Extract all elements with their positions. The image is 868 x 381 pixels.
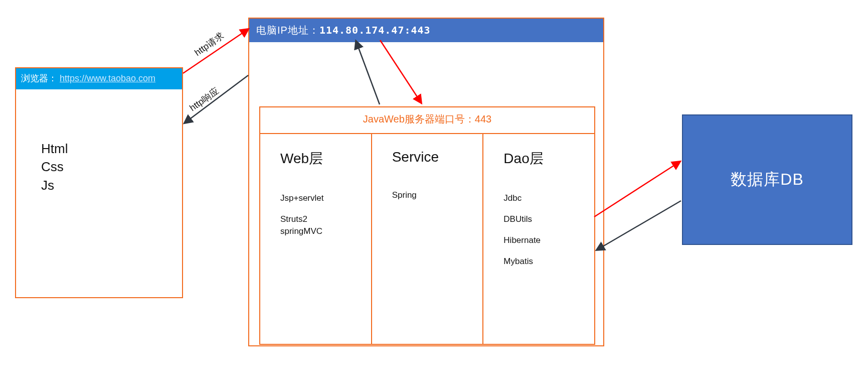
browser-url-link[interactable]: https://www.taobao.com [60, 73, 155, 83]
javaweb-columns: Web层 Jsp+servlet Struts2 springMVC Servi… [260, 134, 594, 344]
database-box: 数据库DB [682, 114, 852, 245]
browser-tech-html: Html [41, 140, 182, 158]
jw-dao-item: Mybatis [503, 257, 594, 267]
jw-col-dao-heading: Dao层 [503, 149, 594, 168]
arrow-dao-to-db [594, 162, 680, 217]
jw-col-service: Service Spring [372, 134, 484, 344]
javaweb-box: JavaWeb服务器端口号：443 Web层 Jsp+servlet Strut… [259, 106, 595, 345]
jw-dao-item: DBUtils [503, 214, 594, 224]
jw-service-item: Spring [392, 190, 483, 200]
browser-title-bar: 浏览器： https://www.taobao.com [16, 68, 182, 89]
javaweb-title: JavaWeb服务器端口号：443 [260, 107, 594, 134]
label-http-response: http响应 [187, 85, 221, 114]
jw-col-web-heading: Web层 [280, 149, 371, 168]
jw-dao-item: Jdbc [503, 193, 594, 203]
database-label: 数据库DB [731, 169, 803, 191]
jw-col-dao: Dao层 Jdbc DBUtils Hibernate Mybatis [483, 134, 594, 344]
browser-tech-js: Js [41, 176, 182, 194]
server-title-prefix: 电脑IP地址： [256, 25, 319, 36]
browser-tech-css: Css [41, 158, 182, 176]
browser-title-prefix: 浏览器： [21, 73, 57, 83]
browser-body: Html Css Js [16, 89, 182, 194]
jw-web-item: springMVC [280, 226, 371, 236]
jw-web-item: Struts2 [280, 214, 371, 224]
arrow-db-to-dao [597, 201, 681, 250]
browser-box: 浏览器： https://www.taobao.com Html Css Js [15, 67, 183, 298]
server-ip: 114.80.174.47:443 [319, 24, 431, 36]
jw-col-web: Web层 Jsp+servlet Struts2 springMVC [260, 134, 372, 344]
jw-col-service-heading: Service [392, 149, 483, 165]
server-title-bar: 电脑IP地址：114.80.174.47:443 [249, 19, 603, 42]
server-box: 电脑IP地址：114.80.174.47:443 JavaWeb服务器端口号：4… [248, 18, 604, 346]
jw-dao-item: Hibernate [503, 235, 594, 245]
label-http-request: http请求 [192, 30, 226, 59]
jw-web-item: Jsp+servlet [280, 193, 371, 203]
